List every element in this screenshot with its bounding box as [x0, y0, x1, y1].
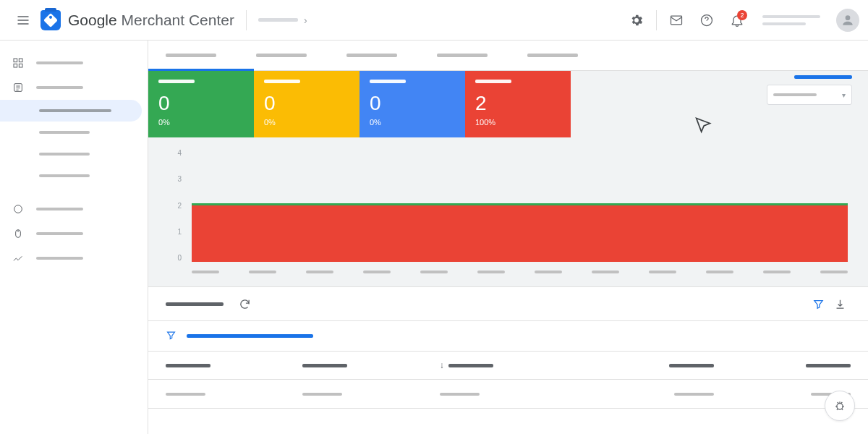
card-percent: 0% — [264, 118, 349, 127]
y-tick: 3 — [169, 175, 182, 183]
notifications-button[interactable]: 2 — [723, 7, 751, 34]
svg-rect-0 — [671, 16, 682, 25]
x-axis — [192, 271, 848, 273]
tab-3[interactable] — [346, 54, 397, 57]
circle-icon — [12, 203, 25, 216]
chevron-down-icon: ▾ — [842, 91, 846, 99]
chevron-right-icon: › — [304, 14, 307, 26]
help-button[interactable] — [693, 7, 720, 34]
stat-card-disapproved[interactable]: 2 100% — [465, 71, 571, 137]
stat-card-active[interactable]: 0 0% — [148, 71, 254, 137]
mouse-icon — [12, 227, 25, 240]
tab-5[interactable] — [527, 54, 578, 57]
sidebar-label — [36, 232, 83, 235]
stat-card-pending[interactable]: 0 0% — [254, 71, 359, 137]
x-tick — [477, 271, 505, 273]
svg-point-8 — [14, 205, 22, 213]
x-tick — [820, 271, 848, 273]
table-column-4[interactable] — [576, 364, 713, 367]
sidebar-item-sub-2[interactable] — [0, 122, 148, 143]
table-column-5[interactable] — [714, 364, 851, 367]
settings-button[interactable] — [623, 7, 650, 34]
table-row[interactable] — [148, 380, 868, 409]
y-tick: 2 — [169, 202, 182, 210]
logo[interactable]: Google Merchant Center — [41, 10, 234, 30]
sidebar-label — [39, 174, 90, 177]
notification-badge: 2 — [737, 10, 747, 20]
app-header: Google Merchant Center › 2 — [0, 0, 868, 41]
filter-bar[interactable] — [148, 320, 868, 351]
y-tick: 0 — [169, 254, 182, 262]
y-tick: 1 — [169, 228, 182, 236]
filter-button[interactable] — [807, 293, 829, 315]
card-percent: 100% — [475, 118, 561, 127]
x-tick — [535, 271, 562, 273]
sidebar-item-shopping[interactable] — [0, 221, 148, 246]
stat-cards: 0 0% 0 0% 0 0% 2 — [148, 71, 571, 137]
svg-point-10 — [837, 404, 843, 409]
filter-chip[interactable] — [187, 334, 313, 338]
stat-card-expiring[interactable]: 0 0% — [359, 71, 465, 137]
x-tick — [306, 271, 333, 273]
sidebar-label — [39, 109, 111, 112]
main-content: 0 0% 0 0% 0 0% 2 — [148, 41, 868, 434]
card-percent: 0% — [158, 118, 244, 127]
feedback-button[interactable] — [825, 391, 855, 421]
destination-dropdown[interactable]: ▾ — [767, 85, 852, 105]
list-icon — [12, 81, 25, 94]
svg-rect-6 — [19, 64, 22, 67]
card-value: 0 — [264, 93, 349, 114]
sidebar-label — [36, 86, 83, 89]
inbox-button[interactable] — [663, 7, 690, 34]
table-column-3[interactable]: ↓ — [440, 360, 576, 370]
menu-button[interactable] — [9, 6, 38, 35]
divider — [246, 10, 247, 30]
dropdown-value — [773, 93, 817, 96]
svg-point-2 — [846, 15, 851, 20]
refresh-button[interactable] — [234, 293, 255, 315]
download-button[interactable] — [829, 293, 851, 315]
tab-2[interactable] — [256, 54, 307, 57]
tab-4[interactable] — [437, 54, 488, 57]
dropdown-label — [794, 75, 852, 79]
cell — [302, 393, 342, 396]
sidebar-item-sub-4[interactable] — [0, 165, 148, 187]
breadcrumb-item[interactable] — [258, 18, 298, 22]
card-value: 0 — [158, 93, 244, 114]
x-tick — [192, 271, 219, 273]
table-column-1[interactable] — [166, 364, 302, 367]
sidebar-item-sub-3[interactable] — [0, 143, 148, 165]
x-tick — [649, 271, 676, 273]
sidebar-item-overview[interactable] — [0, 51, 148, 75]
cell — [674, 393, 714, 396]
card-title — [264, 80, 300, 83]
account-switcher[interactable] — [762, 15, 820, 25]
divider — [656, 10, 657, 30]
sort-desc-icon: ↓ — [440, 360, 444, 370]
card-value: 0 — [370, 93, 455, 114]
funnel-icon — [166, 330, 176, 343]
chart-series-disapproved — [192, 205, 848, 262]
y-axis: 4 3 2 1 0 — [169, 149, 182, 262]
x-tick — [420, 271, 448, 273]
chart-series-active — [192, 203, 848, 205]
table-column-2[interactable] — [302, 364, 439, 367]
x-tick — [363, 271, 391, 273]
x-tick — [592, 271, 619, 273]
app-title: Google Merchant Center — [68, 12, 234, 29]
sidebar-item-growth[interactable] — [0, 246, 148, 271]
card-value: 2 — [475, 93, 561, 114]
card-title — [370, 80, 406, 83]
sidebar-label — [39, 131, 90, 134]
sidebar — [0, 41, 148, 434]
x-tick — [249, 271, 276, 273]
sidebar-item-products[interactable] — [0, 75, 148, 100]
sidebar-item-diagnostics[interactable] — [0, 100, 142, 122]
sidebar-item-performance[interactable] — [0, 197, 148, 221]
x-tick — [706, 271, 733, 273]
tab-1[interactable] — [166, 54, 216, 57]
avatar[interactable] — [836, 9, 859, 32]
chart-plot — [192, 149, 848, 262]
card-percent: 0% — [370, 118, 455, 127]
breadcrumb[interactable]: › — [258, 14, 623, 26]
